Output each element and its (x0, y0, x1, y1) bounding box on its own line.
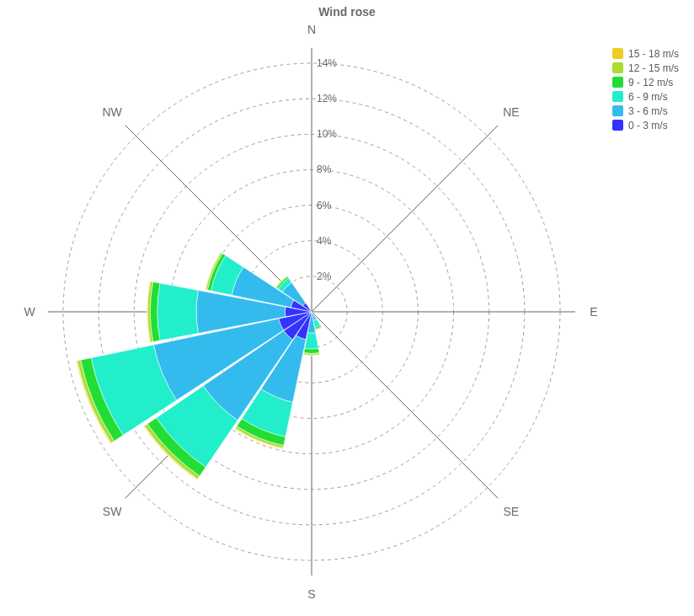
legend-label: 9 - 12 m/s (628, 77, 673, 88)
radial-tick-label: 14% (317, 57, 337, 69)
radial-tick-label: 2% (317, 271, 332, 282)
radial-tick-label: 10% (317, 128, 337, 140)
legend-label: 12 - 15 m/s (628, 62, 679, 74)
legend-label: 6 - 9 m/s (628, 91, 668, 103)
direction-label: NE (503, 105, 519, 119)
radial-tick-label: 8% (317, 163, 332, 175)
legend-swatch (612, 77, 623, 88)
radial-tick-label: 4% (317, 235, 332, 247)
legend-swatch (612, 91, 623, 102)
direction-label: N (307, 23, 316, 36)
legend-label: 3 - 6 m/s (628, 105, 668, 117)
direction-label: SW (103, 505, 122, 518)
legend-label: 0 - 3 m/s (628, 120, 668, 131)
legend-swatch (612, 48, 623, 59)
direction-spoke (312, 126, 498, 312)
direction-spoke (312, 312, 498, 498)
direction-label: SE (504, 505, 520, 518)
direction-label: W (24, 305, 35, 319)
legend-item[interactable]: 12 - 15 m/s (612, 61, 679, 75)
legend-item[interactable]: 6 - 9 m/s (612, 89, 679, 104)
legend-item[interactable]: 0 - 3 m/s (612, 118, 679, 132)
legend-item[interactable]: 9 - 12 m/s (612, 75, 679, 89)
radial-tick-label: 6% (317, 200, 332, 212)
direction-label: S (307, 587, 315, 601)
direction-label: E (590, 305, 597, 319)
legend-swatch (612, 120, 623, 131)
legend-swatch (612, 105, 623, 116)
legend-swatch (612, 62, 623, 73)
radial-tick-label: 12% (317, 93, 337, 104)
legend-item[interactable]: 15 - 18 m/s (612, 46, 679, 61)
wind-rose-sector (304, 348, 319, 353)
legend-item[interactable]: 3 - 6 m/s (612, 104, 679, 118)
wind-rose-sector (157, 283, 199, 340)
wind-rose-chart: NNEESESSWWNW2%4%6%8%10%12%14% (0, 0, 694, 616)
legend-label: 15 - 18 m/s (628, 48, 679, 60)
legend: 15 - 18 m/s12 - 15 m/s9 - 12 m/s6 - 9 m/… (612, 46, 679, 132)
direction-label: NW (102, 105, 122, 119)
